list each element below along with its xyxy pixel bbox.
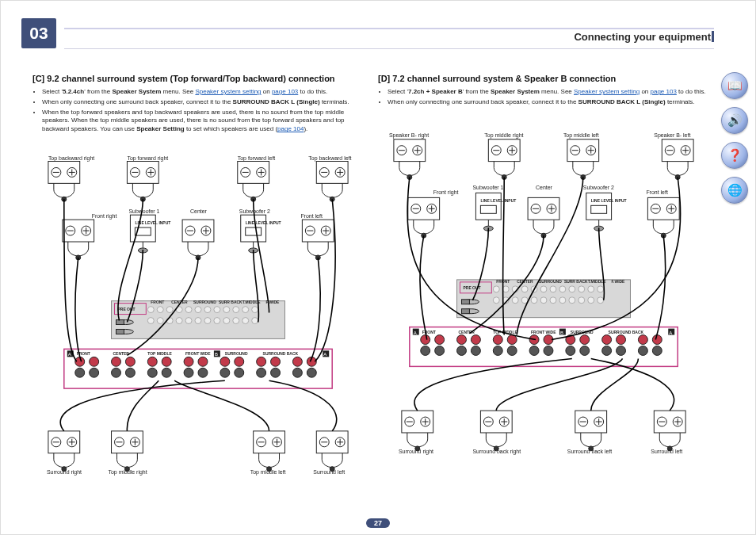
- svg-text:Top forward left: Top forward left: [238, 155, 276, 161]
- svg-text:Center: Center: [190, 208, 208, 214]
- svg-text:Surround back left: Surround back left: [567, 448, 612, 453]
- link-page-103[interactable]: page 103: [272, 88, 298, 95]
- svg-text:A: A: [414, 330, 417, 334]
- svg-text:Top backward left: Top backward left: [308, 155, 351, 161]
- svg-text:SURR BACK: SURR BACK: [564, 279, 588, 283]
- right-bullets: Select '7.2ch + Speaker B' from the Spea…: [378, 88, 709, 109]
- svg-text:SURROUND: SURROUND: [193, 300, 216, 304]
- svg-text:Surround right: Surround right: [47, 469, 82, 476]
- header-accent-bar: [712, 31, 714, 42]
- svg-text:Speaker B- right: Speaker B- right: [389, 132, 429, 138]
- svg-text:Subwoofer 2: Subwoofer 2: [583, 185, 614, 190]
- svg-text:Top backward right: Top backward right: [48, 155, 94, 161]
- svg-text:B: B: [560, 330, 563, 334]
- svg-text:Center: Center: [536, 185, 553, 190]
- globe-icon-nav[interactable]: 🌐: [721, 177, 748, 204]
- svg-text:Front left: Front left: [646, 189, 668, 195]
- svg-text:SURROUND BACK: SURROUND BACK: [263, 352, 299, 356]
- manual-icon[interactable]: 📖: [721, 72, 748, 99]
- left-bullet-3: When the top forward speakers and top ba…: [42, 109, 364, 134]
- link-page-103-r[interactable]: page 103: [651, 88, 677, 95]
- svg-text:Front right: Front right: [92, 213, 117, 220]
- right-column: [D] 7.2 channel surround system & Speake…: [378, 74, 709, 507]
- svg-text:Surround left: Surround left: [651, 448, 682, 453]
- svg-text:FRONT WIDE: FRONT WIDE: [531, 330, 556, 334]
- left-bullet-2: When only connecting one surround back s…: [42, 98, 364, 107]
- link-speaker-system-setting-r[interactable]: Speaker system setting: [574, 88, 640, 95]
- right-diagram: Speaker B- right Top middle right Top mi…: [378, 115, 709, 507]
- svg-text:Top middle right: Top middle right: [109, 469, 147, 476]
- svg-text:Top forward right: Top forward right: [127, 155, 168, 161]
- svg-rect-36: [116, 329, 124, 334]
- link-speaker-system-setting[interactable]: Speaker system setting: [195, 88, 261, 95]
- header-rule-top: [64, 28, 714, 29]
- svg-text:Surround left: Surround left: [313, 469, 345, 475]
- left-title: [C] 9.2 channel surround system (Top for…: [32, 74, 364, 83]
- svg-text:Subwoofer 1: Subwoofer 1: [128, 208, 159, 214]
- svg-text:FRONT: FRONT: [422, 330, 436, 334]
- link-page-104[interactable]: page 104: [277, 125, 304, 132]
- svg-text:LINE LEVEL
INPUT: LINE LEVEL INPUT: [480, 199, 516, 203]
- left-column: [C] 9.2 channel surround system (Top for…: [32, 74, 364, 507]
- right-bullet-2: When only connecting one surround back s…: [388, 98, 709, 107]
- page-number-badge: 27: [366, 518, 390, 528]
- svg-text:Front right: Front right: [433, 189, 459, 196]
- svg-text:LINE LEVEL
INPUT: LINE LEVEL INPUT: [591, 199, 627, 203]
- book-icon: 📖: [727, 78, 743, 93]
- svg-text:A: A: [323, 352, 326, 357]
- speaker-icon-nav[interactable]: 🔊: [721, 107, 748, 134]
- speaker-icon: 🔊: [727, 113, 743, 128]
- left-diagram: Top backward right Top forward right Top…: [32, 142, 364, 507]
- svg-text:Speaker B- left: Speaker B- left: [654, 132, 690, 138]
- svg-text:Front left: Front left: [300, 213, 323, 219]
- svg-rect-88: [461, 299, 469, 304]
- svg-text:A: A: [68, 352, 71, 357]
- svg-text:FRONT WIDE: FRONT WIDE: [185, 352, 211, 356]
- help-icon-nav[interactable]: ❓: [721, 142, 748, 169]
- svg-text:Top middle left: Top middle left: [563, 132, 599, 138]
- chapter-tab: 03: [21, 18, 56, 48]
- help-icon: ❓: [727, 148, 743, 162]
- svg-text:Surround right: Surround right: [399, 448, 433, 454]
- svg-text:TOP MIDDLE: TOP MIDDLE: [147, 352, 172, 356]
- svg-text:SURROUND: SURROUND: [225, 352, 248, 356]
- svg-text:Surround back right: Surround back right: [472, 448, 521, 454]
- svg-text:Top middle left: Top middle left: [250, 469, 286, 476]
- left-bullets: Select '5.2.4ch' from the Speaker System…: [32, 88, 364, 136]
- svg-text:B: B: [215, 352, 218, 357]
- svg-text:F.WIDE: F.WIDE: [612, 279, 626, 283]
- right-title: [D] 7.2 channel surround system & Speake…: [378, 74, 709, 83]
- svg-text:Top middle right: Top middle right: [484, 132, 523, 138]
- svg-text:LINE LEVEL
INPUT: LINE LEVEL INPUT: [246, 221, 281, 225]
- svg-text:SURROUND: SURROUND: [539, 279, 562, 283]
- svg-rect-34: [116, 320, 124, 325]
- svg-text:Subwoofer 1: Subwoofer 1: [472, 185, 503, 190]
- svg-rect-90: [461, 308, 469, 313]
- svg-text:A: A: [669, 330, 672, 334]
- header-title: Connecting your equipment: [574, 31, 711, 43]
- right-bullet-1: Select '7.2ch + Speaker B' from the Spea…: [388, 88, 709, 97]
- globe-icon: 🌐: [727, 183, 743, 197]
- left-bullet-1: Select '5.2.4ch' from the Speaker System…: [42, 88, 364, 97]
- svg-text:SURR BACK: SURR BACK: [219, 300, 242, 304]
- svg-text:SURROUND BACK: SURROUND BACK: [609, 330, 644, 334]
- header-rule-bottom: [64, 48, 714, 49]
- svg-text:CENTER: CENTER: [113, 352, 130, 356]
- svg-text:FRONT: FRONT: [151, 300, 164, 304]
